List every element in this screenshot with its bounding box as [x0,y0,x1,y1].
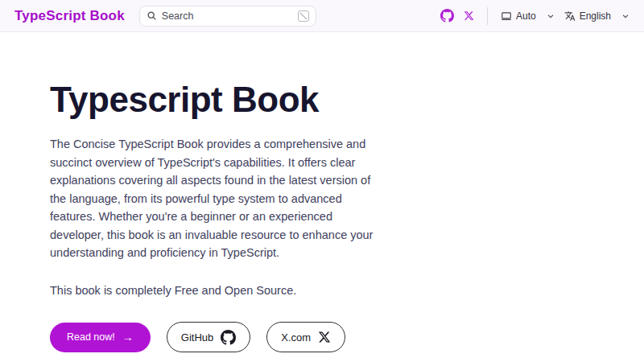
hero-description: The Concise TypeScript Book provides a c… [50,135,375,262]
chevron-down-icon [621,12,630,20]
slash-key-icon [298,10,309,22]
hero-section: Typescript Book The Concise TypeScript B… [0,32,644,352]
site-logo[interactable]: TypeScript Book [14,8,125,24]
github-button[interactable]: GitHub [167,322,250,352]
read-now-label: Read now! [67,331,115,343]
xcom-button[interactable]: X.com [266,322,345,352]
search-icon [147,10,157,21]
page-title: Typescript Book [50,80,644,119]
chevron-down-icon [547,12,555,20]
github-link[interactable] [439,7,456,24]
theme-select-label: Auto [516,10,536,22]
site-header: TypeScript Book Auto [0,0,644,32]
translate-icon [564,10,576,22]
github-icon [221,330,236,345]
xcom-button-label: X.com [281,331,311,343]
header-divider [487,7,488,25]
hero-note: This book is completely Free and Open So… [50,282,644,300]
search-box[interactable] [139,6,316,27]
theme-select[interactable]: Auto [499,7,556,25]
hero-actions: Read now! → GitHub X.com [50,322,644,352]
x-icon [318,331,331,343]
language-select-label: English [580,10,611,22]
read-now-button[interactable]: Read now! → [50,323,151,352]
github-button-label: GitHub [181,331,213,343]
x-link[interactable] [462,9,476,23]
search-input[interactable] [162,10,293,22]
github-icon [440,9,454,23]
arrow-right-icon: → [122,331,134,343]
x-icon [464,10,474,21]
header-nav: Auto English [439,7,631,25]
language-select[interactable]: English [563,7,631,25]
monitor-icon [501,10,512,22]
